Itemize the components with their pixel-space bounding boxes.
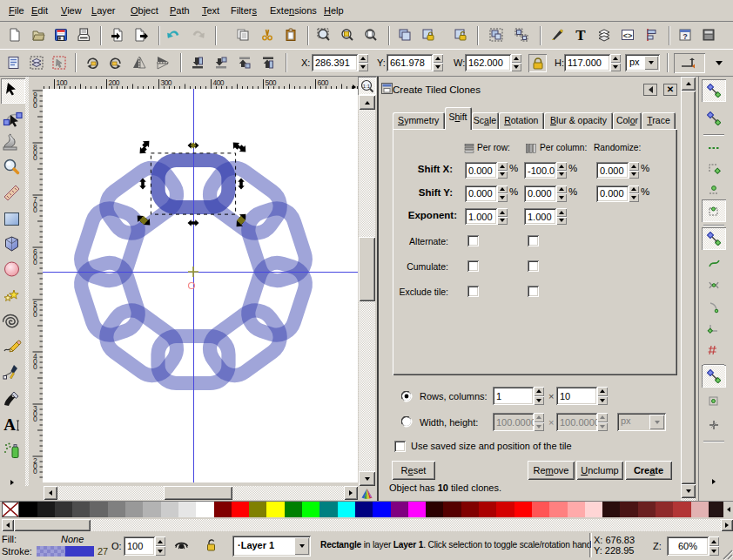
- svg-text:?: ?: [683, 32, 688, 41]
- svg-text:1:1: 1:1: [362, 83, 370, 88]
- svg-text:0: 0: [33, 153, 37, 162]
- svg-text:200: 200: [109, 78, 120, 87]
- svg-text:0: 0: [33, 415, 37, 423]
- svg-text:300: 300: [161, 78, 172, 87]
- svg-text:<>: <>: [623, 31, 633, 40]
- svg-text:0: 0: [33, 362, 37, 371]
- svg-text:0: 0: [33, 101, 37, 110]
- svg-text:0: 0: [33, 258, 37, 267]
- svg-text:0: 0: [33, 206, 37, 214]
- svg-text:400: 400: [213, 78, 225, 87]
- svg-text:0: 0: [33, 310, 37, 319]
- svg-text:A: A: [3, 415, 16, 434]
- svg-text:100: 100: [57, 78, 68, 87]
- svg-text:0: 0: [33, 467, 37, 476]
- svg-text:T: T: [575, 28, 586, 42]
- svg-text:600: 600: [318, 78, 329, 87]
- svg-text:500: 500: [266, 78, 277, 87]
